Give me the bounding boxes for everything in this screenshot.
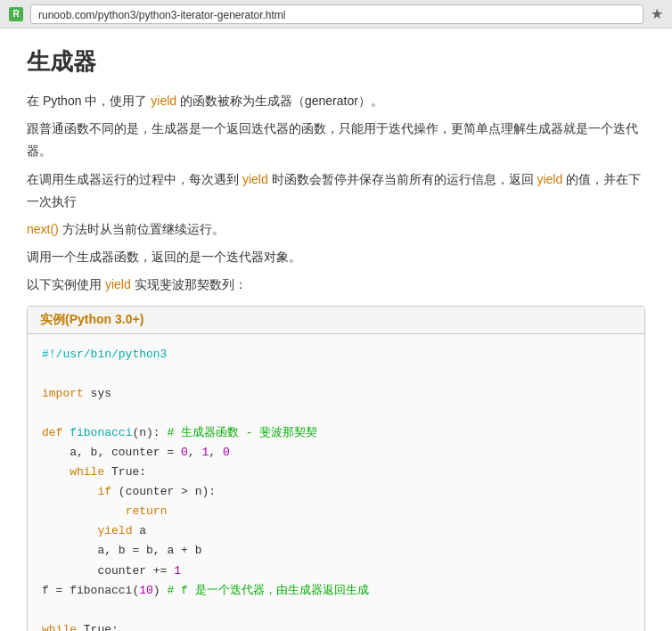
bookmark-icon[interactable]: ★ (651, 5, 663, 22)
desc-para-1: 在 Python 中，使用了 yield 的函数被称为生成器（generator… (27, 90, 645, 112)
code-block: #!/usr/bin/python3 import sys def fibona… (28, 334, 644, 632)
favicon: R (9, 7, 23, 21)
desc-para-5: 调用一个生成器函数，返回的是一个迭代器对象。 (27, 246, 645, 268)
page-title: 生成器 (27, 46, 645, 78)
desc-para-2: 跟普通函数不同的是，生成器是一个返回迭代器的函数，只能用于迭代操作，更简单点理解… (27, 118, 645, 162)
desc-para-6: 以下实例使用 yield 实现斐波那契数列： (27, 274, 645, 296)
browser-bar: R runoob.com/python3/python3-iterator-ge… (0, 0, 672, 29)
desc-para-3: 在调用生成器运行的过程中，每次遇到 yield 时函数会暂停并保存当前所有的运行… (27, 168, 645, 213)
url-bar[interactable]: runoob.com/python3/python3-iterator-gene… (30, 4, 643, 24)
example-header: 实例(Python 3.0+) (28, 307, 644, 334)
desc-para-4: next() 方法时从当前位置继续运行。 (27, 218, 645, 241)
page-content: 生成器 在 Python 中，使用了 yield 的函数被称为生成器（gener… (0, 29, 672, 631)
example-box: 实例(Python 3.0+) #!/usr/bin/python3 impor… (27, 306, 645, 632)
